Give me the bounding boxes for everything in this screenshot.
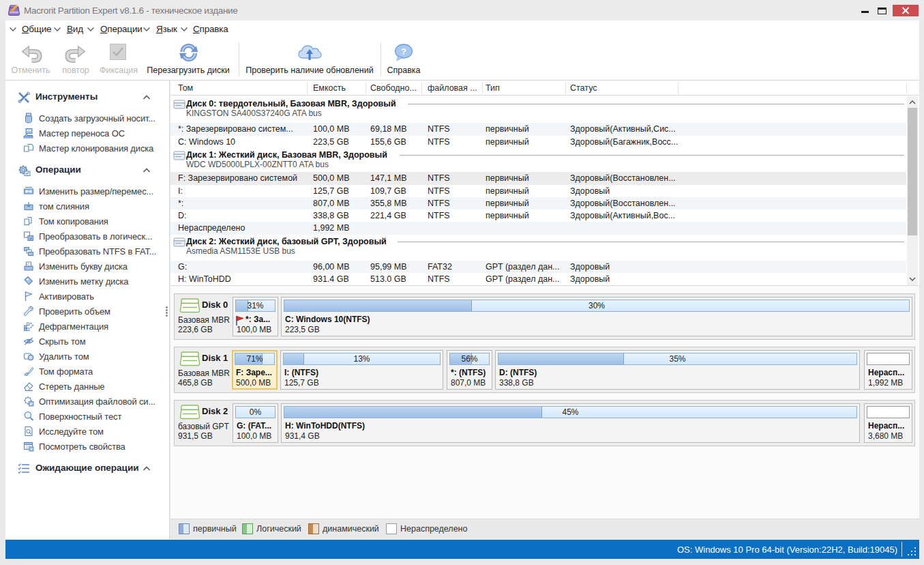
svg-text:C: C [27, 263, 31, 267]
svg-text:?: ? [401, 46, 406, 57]
